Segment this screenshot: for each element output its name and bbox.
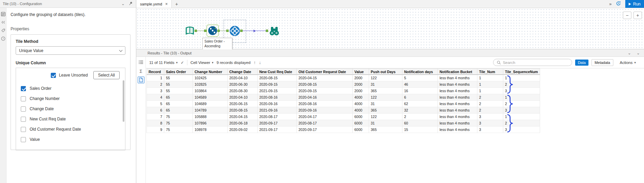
column-header[interactable]: Change Date: [228, 68, 258, 75]
leave-unsorted-checkbox[interactable]: [51, 73, 56, 78]
checkbox-icon[interactable]: [21, 127, 26, 132]
tab-bar-spacer: [181, 0, 609, 8]
arrow-down-icon[interactable]: ↓: [259, 60, 261, 65]
fields-dropdown[interactable]: 11 of 11 Fields ▾: [149, 61, 178, 65]
table-cell: 31: [369, 120, 402, 127]
column-header[interactable]: Notification days: [402, 68, 438, 75]
column-header[interactable]: Push out Days: [369, 68, 402, 75]
column-header[interactable]: Sales Order: [164, 68, 193, 75]
column-header[interactable]: Value: [353, 68, 369, 75]
chevron-down-icon[interactable]: ⌄: [628, 51, 631, 55]
data-tab-button[interactable]: Data: [575, 60, 588, 66]
chevron-down-icon[interactable]: ⌄: [121, 2, 125, 6]
collapse-chevrons-icon[interactable]: [1, 20, 5, 24]
new-tab-button[interactable]: +: [172, 0, 181, 8]
leave-unsorted-option[interactable]: Leave Unsorted: [51, 73, 88, 78]
column-header[interactable]: Notification Bucket: [438, 68, 477, 75]
column-option-value[interactable]: Value: [21, 134, 120, 145]
table-row[interactable]: 2551028252020-06-302020-09-152020-08-152…: [147, 81, 540, 88]
column-option-change-number[interactable]: Change Number: [21, 94, 120, 104]
table-cell: 2021-09-17: [258, 127, 297, 133]
svg-text:?: ?: [2, 37, 4, 40]
table-cell: 55: [164, 88, 193, 94]
actions-dropdown[interactable]: Actions ▾: [620, 61, 636, 65]
tile-tool[interactable]: [228, 24, 241, 37]
overflow-chevrons-icon[interactable]: »: [609, 1, 612, 6]
checkbox-icon[interactable]: [21, 96, 26, 101]
column-header[interactable]: Tile_Num: [477, 68, 503, 75]
table-cell: 2020-08-16: [258, 94, 297, 101]
table-row[interactable]: 7751058882020-04-152020-08-172020-04-176…: [147, 114, 540, 120]
table-cell: 16: [402, 88, 438, 94]
table-cell: 62: [402, 101, 438, 107]
select-all-button[interactable]: Select All: [93, 71, 120, 79]
table-row[interactable]: 3551038642020-08-302021-09-152020-09-152…: [147, 88, 540, 94]
column-header[interactable]: Record: [147, 68, 164, 75]
connection-anchor[interactable]: [240, 30, 243, 32]
table-cell: 2020-04-10: [228, 94, 258, 101]
sort-icon: [206, 24, 219, 37]
schedule-history-icon[interactable]: [616, 1, 621, 7]
list-scrollbar-thumb[interactable]: [123, 80, 124, 122]
tile-method-value: Unique Value: [19, 48, 43, 53]
close-tab-icon[interactable]: ×: [165, 2, 168, 6]
metadata-tab-button[interactable]: Metadata: [592, 59, 613, 66]
connection-anchor[interactable]: [266, 30, 268, 32]
results-view-strip: Σ: [136, 57, 146, 183]
table-view-icon[interactable]: [138, 59, 144, 66]
connection-anchor[interactable]: [217, 30, 220, 32]
column-option-change-date[interactable]: Change Date: [21, 104, 120, 114]
table-row[interactable]: 6651047892020-08-152021-09-162020-09-164…: [147, 107, 540, 114]
connection-anchor[interactable]: [226, 30, 229, 32]
tool-annotation[interactable]: Sales Order - Ascending: [202, 38, 232, 50]
hand-drawn-brace: [508, 115, 512, 132]
table-row[interactable]: 8751078962020-06-182020-09-172020-08-176…: [147, 120, 540, 127]
data-page-icon[interactable]: [138, 77, 144, 83]
search-input[interactable]: [503, 61, 568, 65]
profile-sigma-icon[interactable]: Σ: [138, 68, 144, 74]
column-header[interactable]: Change Number: [193, 68, 228, 75]
unique-column-box: Leave Unsorted Select All Sales OrderCha…: [16, 68, 125, 150]
tile-method-select[interactable]: Unique Value: [16, 46, 125, 55]
table-row[interactable]: 9751089782020-09-022021-09-172020-09-176…: [147, 127, 540, 133]
cell-viewer-dropdown[interactable]: Cell Viewer ▾: [190, 61, 213, 65]
column-option-sales-order[interactable]: Sales Order: [21, 83, 120, 94]
browse-icon: [268, 24, 281, 37]
workflow-canvas[interactable]: − +: [136, 8, 644, 49]
column-header[interactable]: Old Customer Request Date: [297, 68, 353, 75]
search-icon: [497, 61, 501, 65]
checkbox-icon[interactable]: [21, 137, 26, 142]
workflow-tab[interactable]: sample.yxmd ×: [136, 0, 172, 8]
chevron-down-icon[interactable]: ⌄: [637, 51, 640, 55]
results-table-area: RecordSales OrderChange NumberChange Dat…: [146, 68, 644, 183]
connection-anchor[interactable]: [195, 30, 197, 32]
column-option-old-customer-request-date[interactable]: Old Customer Request Date: [21, 124, 120, 134]
apply-check-icon[interactable]: ✓: [181, 60, 184, 65]
table-row[interactable]: 1551024252020-04-102020-08-152020-04-152…: [147, 75, 540, 81]
table-cell: 104789: [193, 107, 228, 114]
browse-tool[interactable]: [268, 24, 281, 37]
column-option-new-cust-req-date[interactable]: New Cust Req Date: [21, 114, 120, 124]
sort-tool[interactable]: [206, 24, 219, 37]
checkbox-icon[interactable]: [21, 106, 26, 112]
column-header[interactable]: Tile_SequenceNum: [503, 68, 540, 75]
checkbox-icon[interactable]: [21, 117, 26, 122]
tag-icon[interactable]: [1, 28, 5, 33]
zoom-in-button[interactable]: +: [633, 12, 642, 19]
table-cell: 31: [369, 101, 402, 107]
search-box[interactable]: [493, 59, 572, 66]
pin-icon[interactable]: [129, 2, 133, 6]
results-body: Σ 11 of 11 Fields ▾ ✓ Cell Viewer ▾ 9 re…: [136, 57, 644, 183]
zoom-out-button[interactable]: −: [623, 12, 631, 19]
checkbox-icon[interactable]: [21, 86, 26, 91]
column-header[interactable]: New Cust Req Date: [258, 68, 297, 75]
connection-anchor[interactable]: [204, 30, 206, 32]
workflow-config-icon[interactable]: [1, 12, 5, 16]
arrow-up-icon[interactable]: ↑: [254, 60, 256, 65]
table-row[interactable]: 4651045892020-04-102020-08-162020-04-164…: [147, 94, 540, 101]
column-option-label: Old Customer Request Date: [30, 127, 81, 132]
help-icon[interactable]: ?: [1, 36, 5, 41]
run-button[interactable]: Run: [625, 0, 644, 8]
table-row[interactable]: 5651046892020-06-152020-09-162020-08-164…: [147, 101, 540, 107]
table-cell: 2000: [353, 88, 369, 94]
